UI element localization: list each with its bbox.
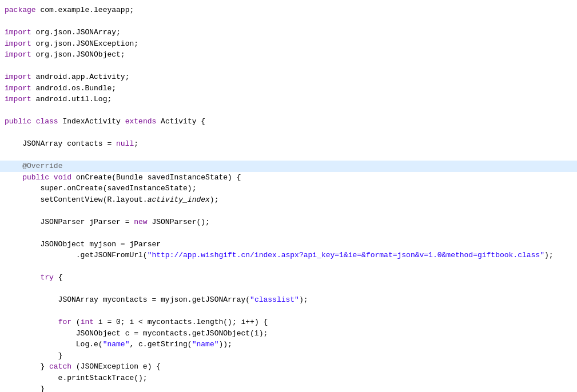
code-editor: package com.example.leeyaapp; import org… <box>0 0 577 392</box>
code-line-24 <box>0 261 577 273</box>
code-line-31: Log.e("name", c.getString("name")); <box>0 339 577 350</box>
code-line-22: JSONObject myjson = jParser <box>0 239 577 250</box>
code-line-4: import org.json.JSONException; <box>0 38 577 50</box>
code-line-9: import android.util.Log; <box>0 94 577 105</box>
code-line-33: } catch (JSONException e) { <box>0 361 577 373</box>
code-line-10 <box>0 105 577 117</box>
code-line-20: JSONParser jParser = new JSONParser(); <box>0 217 577 228</box>
code-line-1: package com.example.leeyaapp; <box>0 5 577 16</box>
code-line-26 <box>0 283 577 295</box>
code-line-12 <box>0 127 577 139</box>
code-line-18: setContentView(R.layout.activity_index); <box>0 194 577 206</box>
code-line-35: } <box>0 383 577 392</box>
code-line-11: public class IndexActivity extends Activ… <box>0 116 577 127</box>
code-line-7: import android.app.Activity; <box>0 71 577 83</box>
code-line-25: try { <box>0 272 577 283</box>
code-line-8: import android.os.Bundle; <box>0 83 577 94</box>
code-line-14 <box>0 150 577 161</box>
code-line-27: JSONArray mycontacts = myjson.getJSONArr… <box>0 294 577 306</box>
code-line-15: @Override <box>0 161 577 172</box>
code-line-13: JSONArray contacts = null; <box>0 138 577 150</box>
code-line-16: public void onCreate(Bundle savedInstanc… <box>0 172 577 183</box>
code-line-23: .getJSONFromUrl("http://app.wishgift.cn/… <box>0 250 577 261</box>
code-line-19 <box>0 205 577 217</box>
code-line-28 <box>0 306 577 317</box>
code-line-6 <box>0 61 577 72</box>
code-line-2 <box>0 16 577 27</box>
code-line-32: } <box>0 350 577 362</box>
code-line-17: super.onCreate(savedInstanceState); <box>0 183 577 194</box>
code-line-29: for (int i = 0; i < mycontacts.length();… <box>0 317 577 328</box>
code-line-3: import org.json.JSONArray; <box>0 27 577 38</box>
code-line-30: JSONObject c = mycontacts.getJSONObject(… <box>0 328 577 339</box>
code-line-21 <box>0 227 577 239</box>
code-line-5: import org.json.JSONObject; <box>0 49 577 61</box>
code-line-34: e.printStackTrace(); <box>0 373 577 384</box>
